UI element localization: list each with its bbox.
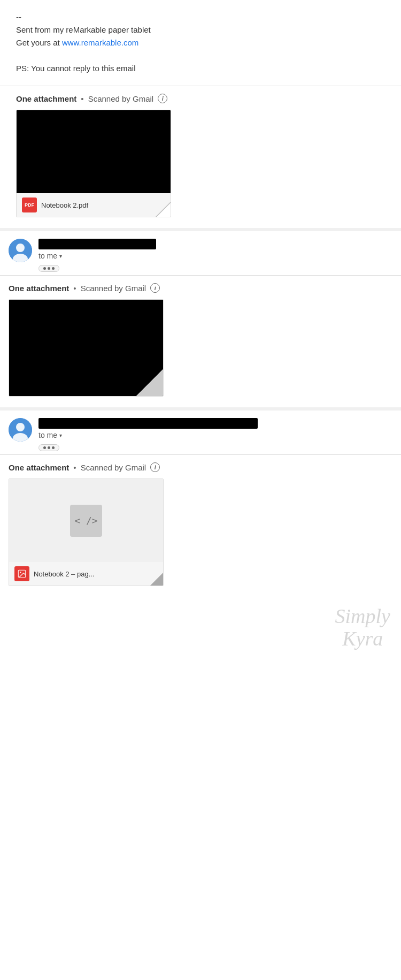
thread-header-1: to me ▾	[0, 231, 401, 275]
remarkable-link[interactable]: www.remarkable.com	[62, 38, 138, 47]
pdf-preview-black-1	[17, 110, 171, 193]
pdf-footer-3: Notebook 2 – pag...	[9, 562, 163, 586]
avatar-1	[9, 239, 32, 262]
attachment-dot-3: •	[73, 463, 76, 472]
get-yours-line: Get yours at www.remarkable.com	[16, 36, 385, 49]
svg-point-7	[20, 572, 21, 573]
dropdown-arrow-1[interactable]: ▾	[59, 253, 62, 259]
attachment-title-2: One attachment	[9, 284, 69, 293]
sent-from-line: Sent from my reMarkable paper tablet	[16, 24, 385, 36]
attachment-title-1: One attachment	[16, 94, 76, 103]
attachment-header-2: One attachment • Scanned by Gmail i	[9, 283, 392, 293]
more-options-1[interactable]	[38, 265, 59, 272]
attachment-dot-1: •	[81, 94, 83, 103]
scanned-label-2: Scanned by Gmail	[81, 284, 146, 293]
pdf-icon-1: PDF	[22, 197, 37, 212]
attachment-section-1: One attachment • Scanned by Gmail i PDF …	[0, 86, 401, 228]
pdf-thumbnail-1[interactable]: PDF Notebook 2.pdf	[16, 110, 171, 217]
dropdown-arrow-2[interactable]: ▾	[59, 432, 62, 438]
attachment-section-3: One attachment • Scanned by Gmail i < />	[0, 455, 401, 597]
avatar-2	[9, 418, 32, 442]
pdf-footer-1: PDF Notebook 2.pdf	[17, 193, 171, 217]
to-me-text-1: to me	[38, 252, 57, 260]
sender-redacted-2	[38, 418, 258, 429]
pdf-thumbnail-2[interactable]	[9, 299, 164, 397]
attachment-title-3: One attachment	[9, 463, 69, 472]
attachment-section-2: One attachment • Scanned by Gmail i	[0, 276, 401, 407]
pdf-preview-light-3: < />	[9, 479, 163, 562]
dot-2a	[43, 446, 46, 449]
thread-header-2: to me ▾	[0, 411, 401, 454]
dot-2b	[48, 446, 50, 449]
info-icon-2[interactable]: i	[150, 283, 160, 293]
dash-line: --	[16, 11, 385, 24]
attachment-header-3: One attachment • Scanned by Gmail i	[9, 462, 392, 472]
pdf-filename-3: Notebook 2 – pag...	[34, 570, 94, 578]
scanned-label-3: Scanned by Gmail	[81, 463, 146, 472]
bottom-padding	[0, 597, 401, 661]
dot-1c	[52, 267, 55, 270]
get-yours-text: Get yours at	[16, 38, 62, 47]
pdf-thumbnail-3[interactable]: < /> Notebook 2 – pag...	[9, 478, 164, 586]
thread-item-2: to me ▾ One attachment • Scanned by Gmai…	[0, 407, 401, 661]
image-icon-3	[14, 566, 29, 581]
code-icon: < />	[70, 505, 102, 537]
corner-fold-inner-1	[157, 203, 171, 217]
svg-point-4	[16, 423, 25, 431]
to-me-row-1: to me ▾	[38, 252, 392, 260]
thread-item-1: to me ▾ One attachment • Scanned by Gmai…	[0, 228, 401, 407]
thread-meta-2: to me ▾	[38, 418, 392, 451]
email-body-section: -- Sent from my reMarkable paper tablet …	[0, 0, 401, 86]
scanned-label-1: Scanned by Gmail	[88, 94, 154, 103]
ps-note: PS: You cannot reply to this email	[16, 62, 385, 75]
thread-meta-1: to me ▾	[38, 239, 392, 272]
dot-1b	[48, 267, 50, 270]
more-options-2[interactable]	[38, 444, 59, 451]
dot-1a	[43, 267, 46, 270]
attachment-dot-2: •	[73, 284, 76, 293]
pdf-filename-1: Notebook 2.pdf	[41, 201, 88, 209]
attachment-header-1: One attachment • Scanned by Gmail i	[16, 94, 385, 103]
info-icon-1[interactable]: i	[158, 94, 167, 103]
info-icon-3[interactable]: i	[150, 462, 160, 472]
dot-2c	[52, 446, 55, 449]
sender-redacted-1	[38, 239, 156, 249]
email-body-text: -- Sent from my reMarkable paper tablet …	[16, 11, 385, 75]
to-me-row-2: to me ▾	[38, 431, 392, 439]
last-section-wrapper: One attachment • Scanned by Gmail i < />	[0, 455, 401, 661]
to-me-text-2: to me	[38, 431, 57, 439]
svg-point-1	[16, 244, 25, 252]
